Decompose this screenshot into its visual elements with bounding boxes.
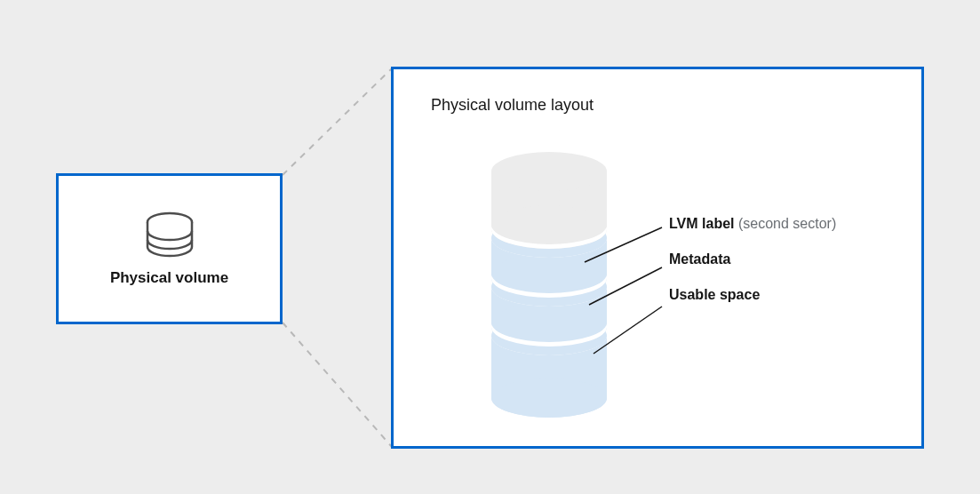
svg-point-12: [491, 205, 607, 244]
physical-volume-layout-box: Physical volume layout: [391, 67, 924, 449]
annotation-lvm-label: LVM label (second sector): [669, 216, 836, 232]
physical-volume-box: Physical volume: [56, 173, 283, 324]
svg-line-0: [283, 68, 392, 175]
svg-point-9: [491, 254, 607, 293]
svg-point-6: [491, 303, 607, 342]
svg-point-3: [491, 378, 607, 418]
cylinder-stack: [469, 149, 629, 425]
svg-point-13: [491, 152, 607, 191]
annotation-metadata: Metadata: [669, 251, 836, 267]
svg-line-1: [283, 323, 392, 447]
disk-stack-icon: [139, 211, 201, 260]
annotation-usable-space: Usable space: [669, 287, 836, 303]
physical-volume-label: Physical volume: [110, 269, 228, 287]
annotations: LVM label (second sector) Metadata Usabl…: [669, 216, 836, 323]
layout-title: Physical volume layout: [431, 96, 594, 115]
